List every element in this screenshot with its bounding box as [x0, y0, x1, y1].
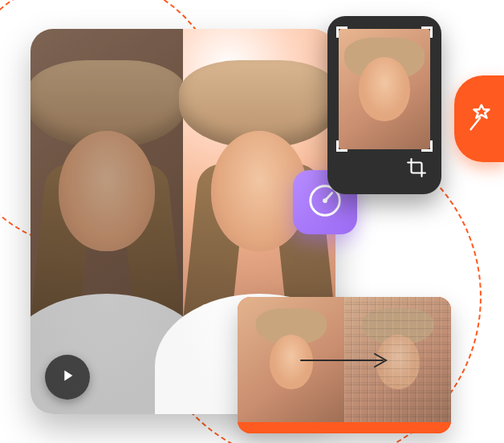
illustration-face — [270, 335, 313, 389]
crop-handle-top-left[interactable] — [336, 26, 348, 38]
play-icon — [59, 367, 76, 388]
compress-preview-card — [238, 297, 451, 433]
crop-handle-top-right[interactable] — [421, 26, 433, 38]
compress-comparison — [238, 297, 451, 422]
illustration-face — [359, 57, 410, 121]
magic-wand-icon — [465, 102, 495, 136]
ai-enhance-tab[interactable] — [454, 75, 504, 162]
pixelation-overlay — [344, 297, 451, 422]
crop-selection-area[interactable] — [339, 29, 430, 149]
card-footer-bar — [238, 422, 451, 433]
crop-icon — [406, 166, 427, 181]
crop-handle-bottom-left[interactable] — [336, 140, 348, 152]
play-button[interactable] — [45, 355, 90, 400]
svg-line-3 — [471, 118, 480, 129]
crop-button[interactable] — [406, 157, 427, 181]
phone-preview-card — [327, 16, 441, 194]
compress-pixelated — [344, 297, 451, 422]
illustration-face — [59, 131, 155, 251]
svg-line-2 — [325, 193, 332, 201]
crop-handle-bottom-right[interactable] — [421, 140, 433, 152]
compress-original — [238, 297, 344, 422]
